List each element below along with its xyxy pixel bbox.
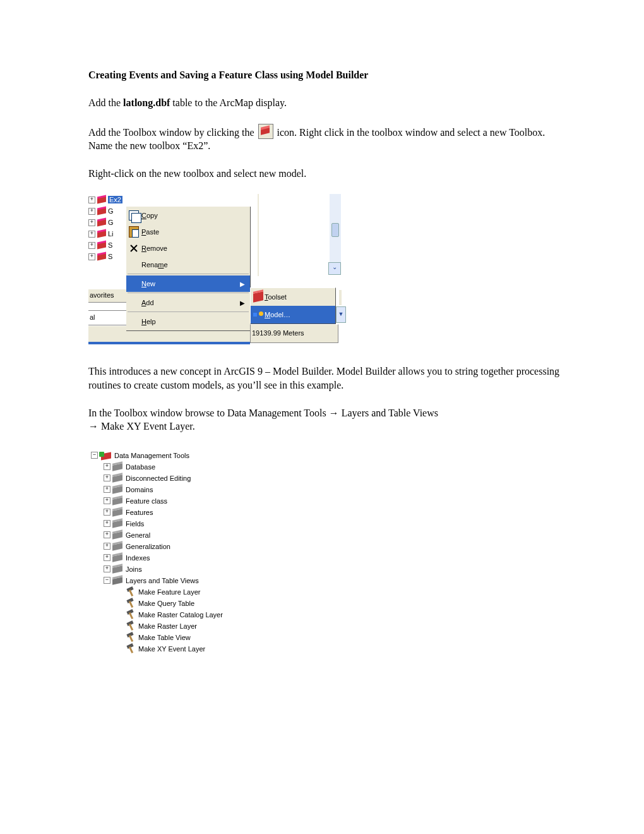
- arrow-icon: →: [329, 408, 339, 418]
- menu-label: Help: [141, 318, 247, 325]
- text: table to the ArcMap display.: [170, 97, 287, 108]
- toolset-icon: [112, 531, 124, 539]
- scroll-down-icon[interactable]: ⌄: [328, 262, 341, 275]
- expand-icon[interactable]: +: [88, 208, 95, 215]
- menu-label: Paste: [141, 228, 247, 236]
- tree-row[interactable]: + S: [88, 251, 126, 262]
- expand-icon[interactable]: +: [104, 520, 110, 527]
- tree-node-tool[interactable]: Make Query Table: [91, 598, 268, 609]
- tree-node-toolset[interactable]: +Disconnected Editing: [91, 473, 268, 484]
- tree-label: Feature class: [126, 497, 167, 505]
- preview-pane: ⌄: [258, 194, 341, 276]
- new-submenu: Toolset Model…: [250, 287, 336, 324]
- toolset-icon: [112, 463, 124, 471]
- expand-icon[interactable]: +: [104, 463, 110, 470]
- menu-item-paste[interactable]: Paste: [126, 224, 250, 240]
- tree-row[interactable]: + G: [88, 217, 126, 228]
- expand-icon[interactable]: +: [104, 486, 110, 493]
- dropdown-arrow-icon[interactable]: ▼: [336, 306, 346, 323]
- para-4: This introduces a new concept in ArcGIS …: [88, 365, 562, 392]
- menu-item-help[interactable]: Help: [126, 313, 250, 330]
- collapse-icon[interactable]: −: [104, 577, 110, 584]
- tree-node-tool[interactable]: Make XY Event Layer: [91, 643, 268, 655]
- tree-label: Fields: [126, 520, 144, 528]
- expand-icon[interactable]: +: [104, 531, 110, 538]
- toolset-icon: [112, 486, 124, 493]
- tree-node-toolset[interactable]: +Joins: [91, 564, 268, 575]
- tree-node-toolset[interactable]: +Indexes: [91, 552, 268, 564]
- tree-node-root[interactable]: − Data Management Tools: [91, 450, 268, 461]
- tree-label: Make Table View: [138, 634, 191, 641]
- toolset-icon: [112, 520, 124, 528]
- menu-item-add[interactable]: Add ▶: [126, 294, 250, 311]
- submenu-label: Toolset: [265, 293, 287, 301]
- tree-node-toolset[interactable]: +Database: [91, 461, 268, 473]
- expand-icon[interactable]: +: [88, 253, 95, 260]
- tree-node-toolset[interactable]: +Domains: [91, 484, 268, 495]
- tool-icon: [126, 599, 136, 608]
- menu-label: Add: [141, 299, 240, 306]
- toolbox-icon: [97, 241, 107, 249]
- tree-node-toolset[interactable]: +General: [91, 529, 268, 541]
- tree-label: Layers and Table Views: [126, 577, 199, 584]
- toolbox-icon: [97, 219, 107, 226]
- text: Add the Toolbox window by clicking the: [88, 127, 257, 138]
- tree-node-tool[interactable]: Make Table View: [91, 632, 268, 643]
- tree-row[interactable]: + G: [88, 205, 126, 217]
- menu-separator: [128, 311, 249, 313]
- para-3: Right-click on the new toolbox and selec…: [88, 167, 562, 181]
- menu-item-rename[interactable]: Rename: [126, 257, 250, 273]
- expand-icon[interactable]: +: [88, 242, 95, 249]
- tree-node-tool[interactable]: Make Raster Layer: [91, 620, 268, 632]
- tree-label: Features: [126, 509, 153, 516]
- tree-row[interactable]: + Ex2: [88, 194, 126, 205]
- toolset-icon: [112, 554, 124, 562]
- tree-label: Indexes: [126, 554, 150, 562]
- menu-label: Copy: [141, 212, 247, 219]
- tree-node-toolset[interactable]: +Generalization: [91, 541, 268, 552]
- toolset-icon: [112, 565, 124, 573]
- arrow-icon: →: [88, 421, 98, 432]
- expand-icon[interactable]: +: [104, 497, 110, 504]
- scrollbar[interactable]: ⌄: [330, 194, 341, 275]
- text: In the Toolbox window browse to Data Man…: [88, 408, 329, 418]
- expand-icon[interactable]: +: [104, 543, 110, 550]
- toolset-icon: [253, 292, 263, 303]
- expand-icon[interactable]: +: [104, 509, 110, 516]
- tree-label: Domains: [126, 486, 153, 493]
- tree-row[interactable]: + S: [88, 239, 126, 251]
- toolbox-tree: + Ex2 + G + G + Li + S: [88, 194, 126, 289]
- tree-node-toolset[interactable]: +Fields: [91, 518, 268, 529]
- tree-node-toolset[interactable]: +Feature class: [91, 495, 268, 507]
- expand-icon[interactable]: +: [104, 554, 110, 561]
- expand-icon[interactable]: +: [88, 219, 95, 226]
- expand-icon[interactable]: +: [88, 196, 95, 203]
- tool-icon: [126, 610, 136, 619]
- text: Add the: [88, 97, 123, 108]
- favorites-tab[interactable]: avorites: [88, 289, 128, 303]
- collapse-icon[interactable]: −: [91, 452, 98, 459]
- text: Layers and Table Views: [339, 408, 438, 418]
- menu-item-new[interactable]: New ▶: [126, 275, 250, 292]
- expand-icon[interactable]: +: [88, 231, 95, 238]
- tree-node-tool[interactable]: Make Feature Layer: [91, 586, 268, 598]
- tree-node-tool[interactable]: Make Raster Catalog Layer: [91, 609, 268, 620]
- scroll-thumb[interactable]: [331, 223, 339, 237]
- al-field[interactable]: al: [88, 310, 128, 325]
- tree-node-toolset[interactable]: − Layers and Table Views: [91, 575, 268, 586]
- tree-row[interactable]: + Li: [88, 228, 126, 239]
- context-menu-screenshot: + Ex2 + G + G + Li + S: [88, 194, 341, 346]
- submenu-item-model[interactable]: Model…: [251, 306, 335, 323]
- para-2: Add the Toolbox window by clicking the i…: [88, 124, 562, 153]
- page-title: Creating Events and Saving a Feature Cla…: [88, 70, 562, 81]
- expand-icon[interactable]: +: [104, 474, 110, 481]
- divider: [88, 342, 250, 344]
- status-bar: 19139.99 Meters: [250, 324, 338, 343]
- expand-icon[interactable]: +: [104, 565, 110, 572]
- submenu-item-toolset[interactable]: Toolset: [251, 288, 335, 306]
- tree-node-toolset[interactable]: +Features: [91, 507, 268, 518]
- tree-label: G: [108, 219, 118, 226]
- menu-item-copy[interactable]: Copy: [126, 207, 250, 224]
- model-icon: [253, 311, 263, 318]
- menu-item-remove[interactable]: Remove: [126, 240, 250, 257]
